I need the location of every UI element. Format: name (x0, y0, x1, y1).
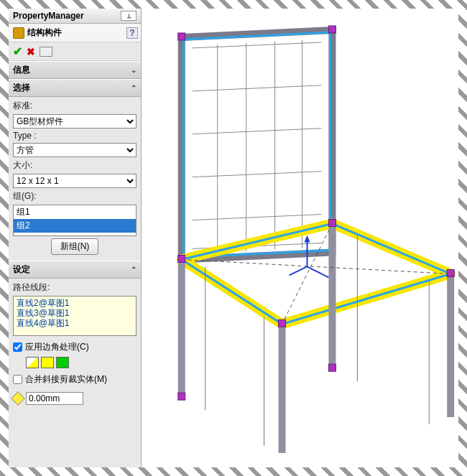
list-item[interactable]: 组2 (14, 219, 136, 233)
pm-header: PropertyManager ⟂ (9, 9, 141, 24)
type-select[interactable]: 方管 (13, 143, 137, 157)
ok-button[interactable]: ✔ (13, 45, 22, 58)
svg-line-22 (307, 266, 328, 277)
type-label: Type : (13, 131, 137, 141)
list-item[interactable]: 组1 (14, 205, 136, 219)
gap-icon (11, 391, 25, 406)
pin-icon[interactable]: ⟂ (121, 11, 137, 21)
corner-option-3[interactable] (56, 357, 69, 368)
svg-rect-27 (328, 220, 336, 227)
svg-line-23 (290, 266, 308, 275)
structural-member-icon (13, 27, 24, 39)
list-item[interactable]: 直线4@草图1 (17, 318, 133, 328)
group-listbox[interactable]: 组1 组2 (13, 205, 137, 236)
gap-input[interactable] (26, 392, 83, 405)
merge-trim-label: 合并斜接剪裁实体(M) (25, 373, 107, 386)
section-title-select: 选择 (13, 82, 30, 94)
feature-name: 结构构件 (27, 27, 62, 39)
pm-title: PropertyManager (13, 11, 84, 21)
section-body-settings: 路径线段: 直线2@草图1 直线3@草图1 直线4@草图1 应用边角处理(C) … (9, 279, 141, 411)
merge-trim-checkbox[interactable] (13, 375, 22, 384)
help-button[interactable]: ? (126, 27, 138, 39)
chevron-up-icon: ⌃ (131, 266, 137, 274)
detailed-preview-icon[interactable] (40, 47, 52, 57)
property-manager-panel: PropertyManager ⟂ 结构构件 ? ✔ ✖ 信息 ⌄ 选择 ⌃ 标… (9, 9, 142, 467)
feature-title-bar: 结构构件 ? (9, 24, 141, 42)
new-group-button[interactable]: 新组(N) (51, 238, 99, 255)
section-head-settings[interactable]: 设定 ⌃ (9, 261, 141, 279)
corner-swatches (26, 357, 137, 368)
chevron-down-icon: ⌄ (131, 66, 137, 74)
corner-treatment-row[interactable]: 应用边角处理(C) (13, 338, 137, 353)
path-segment-listbox[interactable]: 直线2@草图1 直线3@草图1 直线4@草图1 (13, 296, 137, 336)
gap-dimension-row (13, 392, 137, 405)
merge-trim-row[interactable]: 合并斜接剪裁实体(M) (13, 370, 137, 386)
standard-label: 标准: (13, 100, 137, 112)
corner-treatment-checkbox[interactable] (13, 342, 22, 352)
list-item[interactable]: 直线3@草图1 (17, 308, 133, 318)
section-head-select[interactable]: 选择 ⌃ (9, 79, 141, 97)
size-select[interactable]: 12 x 12 x 1 (13, 174, 137, 188)
section-title-settings: 设定 (13, 263, 30, 276)
svg-rect-24 (178, 33, 185, 40)
graphics-viewport[interactable] (142, 9, 458, 467)
corner-option-2[interactable] (41, 357, 54, 368)
size-label: 大小: (13, 159, 137, 172)
svg-rect-29 (279, 319, 286, 327)
corner-option-1[interactable] (26, 357, 39, 368)
list-item[interactable]: 直线2@草图1 (17, 298, 133, 308)
svg-rect-31 (328, 364, 336, 371)
svg-rect-28 (447, 269, 454, 276)
svg-rect-25 (328, 26, 336, 33)
cancel-button[interactable]: ✖ (27, 46, 35, 57)
confirm-row: ✔ ✖ (9, 42, 141, 61)
section-head-info[interactable]: 信息 ⌄ (9, 61, 141, 79)
path-label: 路径线段: (13, 281, 137, 294)
svg-marker-21 (304, 235, 310, 243)
section-body-select: 标准: GB型材焊件 Type : 方管 大小: 12 x 12 x 1 组(G… (9, 97, 141, 261)
chevron-up-icon: ⌃ (131, 84, 137, 92)
group-label: 组(G): (13, 190, 137, 202)
corner-treatment-label: 应用边角处理(C) (25, 341, 89, 353)
svg-rect-30 (178, 393, 185, 400)
svg-rect-26 (178, 255, 185, 262)
model-view-svg (142, 9, 458, 467)
section-title-info: 信息 (13, 64, 30, 76)
standard-select[interactable]: GB型材焊件 (13, 114, 137, 129)
